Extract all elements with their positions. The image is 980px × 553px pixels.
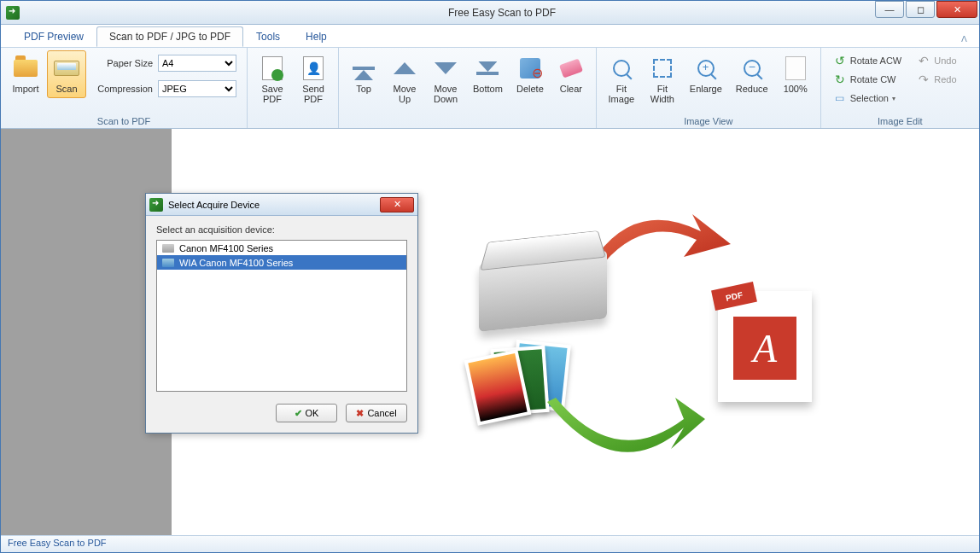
- scan-button[interactable]: Scan: [47, 50, 86, 98]
- group-scan-to-pdf: Import Scan Paper Size A4 Compression JP…: [1, 48, 248, 128]
- collapse-ribbon-icon[interactable]: ᐱ: [958, 31, 971, 47]
- ok-button[interactable]: ✔OK: [276, 404, 337, 422]
- tab-help[interactable]: Help: [293, 26, 340, 47]
- undo-icon: ↶: [917, 54, 930, 67]
- up-icon: [394, 62, 416, 74]
- device-item-0[interactable]: Canon MF4100 Series: [157, 241, 406, 255]
- group-image-edit: ↺Rotate ACW ↻Rotate CW ▭Selection▾ ↶Undo…: [821, 48, 979, 128]
- close-button[interactable]: ✕: [936, 1, 977, 18]
- redo-button[interactable]: ↷Redo: [913, 71, 960, 88]
- fit-width-icon: [653, 59, 672, 78]
- bottom-icon: [476, 72, 499, 75]
- status-text: Free Easy Scan to PDF: [8, 538, 107, 548]
- scan-options: Paper Size A4 Compression JPEG: [88, 50, 242, 98]
- tab-scan-to-pdf[interactable]: Scan to PDF / JPG to PDF: [96, 26, 243, 47]
- compression-select[interactable]: JPEG: [158, 80, 236, 97]
- zoom-in-icon: [697, 60, 715, 77]
- move-up-button[interactable]: Move Up: [385, 50, 424, 108]
- dialog-close-button[interactable]: ✕: [380, 197, 414, 212]
- selection-button[interactable]: ▭Selection▾: [830, 90, 906, 107]
- x-icon: ✖: [356, 408, 364, 419]
- paper-size-label: Paper Size: [93, 58, 153, 68]
- scanner-graphic: [479, 250, 607, 332]
- device-list[interactable]: Canon MF4100 Series WIA Canon MF4100 Ser…: [156, 240, 407, 392]
- rotate-cw-icon: ↻: [833, 73, 847, 86]
- splash-graphic: PDF A: [479, 197, 820, 453]
- fit-width-button[interactable]: Fit Width: [643, 50, 682, 108]
- group-arrange: Top Move Up Move Down Bottom Delete Clea…: [339, 48, 597, 128]
- bottom-button[interactable]: Bottom: [467, 50, 509, 98]
- window-title: Free Easy Scan to PDF: [25, 7, 979, 19]
- menu-tabs: PDF Preview Scan to PDF / JPG to PDF Too…: [1, 25, 979, 47]
- cancel-button[interactable]: ✖Cancel: [346, 404, 407, 422]
- select-acquire-device-dialog: Select Acquire Device ✕ Select an acquis…: [145, 193, 418, 434]
- adobe-icon: A: [733, 317, 796, 380]
- import-button[interactable]: Import: [6, 50, 45, 98]
- scanner-small-icon: [162, 259, 174, 267]
- clear-button[interactable]: Clear: [551, 50, 591, 98]
- delete-icon: [520, 58, 540, 79]
- save-pdf-icon: [262, 56, 283, 80]
- top-icon: [353, 67, 375, 70]
- undo-button[interactable]: ↶Undo: [913, 52, 960, 69]
- save-pdf-button[interactable]: Save PDF: [253, 50, 292, 108]
- dialog-label: Select an acquisition device:: [156, 224, 407, 235]
- maximize-button[interactable]: ◻: [906, 1, 935, 18]
- group-pdf-actions: Save PDF Send PDF: [248, 48, 339, 128]
- hundred-icon: [785, 56, 806, 80]
- minimize-button[interactable]: —: [875, 1, 904, 18]
- pdf-badge: PDF: [711, 282, 757, 311]
- compression-label: Compression: [93, 84, 153, 94]
- green-arrow-icon: [522, 385, 709, 479]
- dialog-title: Select Acquire Device: [168, 200, 260, 210]
- folder-icon: [14, 60, 38, 77]
- dialog-app-icon: [149, 198, 163, 212]
- zoom-out-icon: [744, 60, 761, 77]
- hundred-button[interactable]: 100%: [776, 50, 815, 98]
- check-icon: ✔: [295, 408, 302, 419]
- enlarge-button[interactable]: Enlarge: [684, 50, 728, 98]
- window-controls: — ◻ ✕: [873, 1, 977, 18]
- rotate-acw-icon: ↺: [833, 54, 847, 67]
- send-pdf-icon: [303, 56, 324, 80]
- scanner-icon: [54, 61, 79, 76]
- selection-icon: ▭: [833, 91, 847, 105]
- tab-tools[interactable]: Tools: [243, 26, 293, 47]
- title-bar: Free Easy Scan to PDF — ◻ ✕: [1, 1, 979, 25]
- fit-image-button[interactable]: Fit Image: [602, 50, 641, 108]
- dropdown-icon: ▾: [892, 95, 895, 102]
- reduce-button[interactable]: Reduce: [730, 50, 774, 98]
- tab-pdf-preview[interactable]: PDF Preview: [11, 26, 96, 47]
- group-image-view: Fit Image Fit Width Enlarge Reduce 100% …: [597, 48, 821, 128]
- down-icon: [435, 62, 457, 74]
- ribbon: Import Scan Paper Size A4 Compression JP…: [1, 47, 979, 129]
- pdf-document-graphic: PDF A: [718, 291, 812, 402]
- eraser-icon: [559, 58, 583, 78]
- redo-icon: ↷: [917, 73, 930, 86]
- status-bar: Free Easy Scan to PDF: [1, 535, 979, 552]
- top-button[interactable]: Top: [344, 50, 383, 98]
- rotate-cw-button[interactable]: ↻Rotate CW: [830, 71, 906, 88]
- scanner-small-icon: [162, 244, 174, 253]
- paper-size-select[interactable]: A4: [158, 55, 236, 72]
- dialog-title-bar: Select Acquire Device ✕: [146, 194, 417, 216]
- fit-image-icon: [613, 60, 630, 77]
- send-pdf-button[interactable]: Send PDF: [294, 50, 333, 108]
- rotate-acw-button[interactable]: ↺Rotate ACW: [830, 52, 906, 69]
- app-icon: [6, 6, 20, 20]
- move-down-button[interactable]: Move Down: [426, 50, 465, 108]
- delete-button[interactable]: Delete: [510, 50, 550, 98]
- device-item-1[interactable]: WIA Canon MF4100 Series: [157, 255, 406, 270]
